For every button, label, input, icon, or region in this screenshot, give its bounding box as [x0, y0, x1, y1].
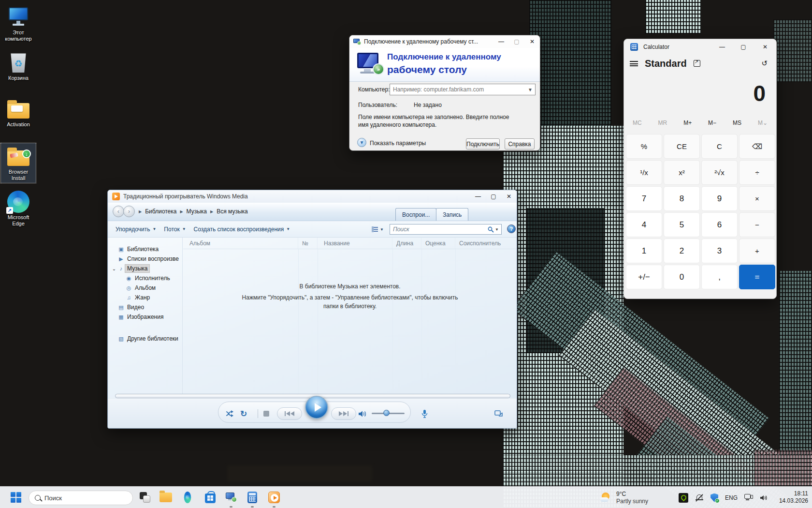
close-icon[interactable]: ✕ [501, 191, 517, 202]
column-header-4[interactable]: Оценка [421, 238, 455, 249]
search-options-icon[interactable]: ▼ [495, 227, 499, 232]
mute-button[interactable] [358, 399, 367, 429]
wmp-search-input[interactable] [390, 226, 488, 233]
stop-button[interactable] [263, 399, 269, 429]
calc-key-⌫[interactable]: ⌫ [739, 134, 775, 159]
desktop-icon-recycle-bin[interactable]: ♻ Корзина [1, 49, 36, 83]
breadcrumb-music[interactable]: Музыка [187, 208, 207, 215]
network-icon[interactable] [744, 494, 753, 501]
desktop-icon-activation[interactable]: Activation [1, 96, 36, 129]
security-tray-icon[interactable]: ✓ [710, 493, 718, 502]
volume-icon[interactable] [760, 494, 768, 501]
menu-organize[interactable]: Упорядочить▼ [116, 226, 156, 233]
breadcrumb-all-music[interactable]: Вся музыка [217, 208, 248, 215]
history-icon[interactable]: ↺ [761, 59, 768, 68]
file-explorer-button[interactable] [159, 491, 173, 504]
play-button[interactable] [305, 396, 328, 419]
tree-item-album[interactable]: ◎Альбом [108, 283, 182, 293]
clock[interactable]: 18:11 14.03.2026 [771, 487, 808, 508]
forward-icon[interactable]: › [123, 206, 135, 217]
calc-key-2[interactable]: 2 [664, 239, 700, 263]
edge-button[interactable] [181, 491, 194, 504]
calc-key-3[interactable]: 3 [701, 239, 738, 263]
next-button[interactable] [331, 399, 356, 429]
tree-item-pictures[interactable]: ▦Изображения [108, 312, 182, 322]
calc-key-6[interactable]: 6 [701, 212, 738, 237]
nvidia-tray-icon[interactable] [679, 493, 688, 503]
column-header-5[interactable]: Соисполнитель [455, 238, 517, 249]
tab-play[interactable]: Воспрои... [395, 208, 436, 221]
calc-key-5[interactable]: 5 [664, 212, 700, 237]
calc-key-C[interactable]: C [701, 134, 738, 159]
wmp-search-box[interactable]: ▼ [390, 224, 502, 235]
computer-combobox[interactable]: ▼ [390, 84, 536, 95]
desktop-icon-edge[interactable]: ↗ Microsoft Edge [1, 189, 36, 228]
column-header-1[interactable]: № [298, 238, 318, 249]
help-icon[interactable]: ? [507, 224, 516, 233]
start-button[interactable] [9, 491, 23, 504]
previous-button[interactable] [277, 399, 302, 429]
calc-key-²√x[interactable]: ²√x [701, 160, 738, 185]
view-options-button[interactable]: ▼ [372, 225, 386, 233]
chevron-down-icon[interactable]: ▼ [525, 84, 535, 95]
minimize-icon[interactable]: — [493, 36, 509, 47]
calc-key-8[interactable]: 8 [664, 186, 700, 211]
calc-key-x²[interactable]: x² [664, 160, 700, 185]
notifications-off-icon[interactable] [695, 493, 704, 502]
wmp-button[interactable] [267, 491, 281, 504]
calc-key-1[interactable]: 1 [626, 239, 662, 263]
store-button[interactable] [203, 491, 217, 504]
keep-on-top-icon[interactable] [694, 60, 700, 67]
expander-icon[interactable]: ⌄ [111, 266, 117, 271]
calc-titlebar[interactable]: Calculator — ▢ ✕ [624, 39, 776, 55]
column-header-2[interactable]: Название [318, 238, 392, 249]
column-header-0[interactable]: Альбом [183, 238, 298, 249]
shuffle-button[interactable] [226, 399, 234, 429]
calc-key-7[interactable]: 7 [626, 186, 662, 211]
calc-key-,[interactable]: , [701, 265, 738, 289]
tree-item-music[interactable]: ⌄♪Музыка [108, 264, 182, 273]
calc-key-4[interactable]: 4 [626, 212, 662, 237]
calc-key-9[interactable]: 9 [701, 186, 738, 211]
calc-key-0[interactable]: 0 [664, 265, 700, 289]
calc-key-CE[interactable]: CE [664, 134, 700, 159]
column-header-3[interactable]: Длина [392, 238, 421, 249]
close-icon[interactable]: ✕ [524, 36, 540, 47]
taskbar-search[interactable] [29, 491, 133, 505]
calc-key-×[interactable]: × [739, 186, 775, 211]
calc-key-÷[interactable]: ÷ [739, 160, 775, 185]
tree-item-playlists[interactable]: ▶Списки воспроизве [108, 254, 182, 264]
switch-to-now-playing-button[interactable] [494, 399, 503, 429]
show-options-icon[interactable]: ▼ [357, 138, 366, 147]
computer-input[interactable] [390, 86, 525, 93]
wmp-list-body[interactable]: В библиотеке Музыка нет элементов. Нажми… [183, 249, 517, 399]
task-view-button[interactable] [138, 491, 152, 504]
calc-key-+[interactable]: + [739, 239, 775, 263]
desktop-icon-this-pc[interactable]: Этот компьютер [1, 4, 36, 44]
maximize-icon[interactable]: ▢ [486, 191, 501, 202]
calc-key-+/−[interactable]: +/− [626, 265, 662, 289]
menu-create-playlist[interactable]: Создать список воспроизведения▼ [194, 226, 290, 233]
menu-icon[interactable] [630, 61, 638, 66]
calc-key-%[interactable]: % [626, 134, 662, 159]
memory-key-m+[interactable]: M+ [681, 118, 695, 128]
lyrics-button[interactable] [421, 399, 428, 429]
tab-burn[interactable]: Запись [436, 208, 468, 221]
tree-item-library[interactable]: ▣Библиотека [108, 244, 182, 254]
calc-key-¹/x[interactable]: ¹/x [626, 160, 662, 185]
language-indicator[interactable]: ENG [725, 494, 738, 501]
connect-button[interactable]: Подключить [466, 138, 500, 149]
repeat-button[interactable]: ↻ [240, 399, 247, 429]
remote-desktop-button[interactable] [224, 491, 238, 504]
breadcrumb-library[interactable]: Библиотека [145, 208, 176, 215]
maximize-icon[interactable]: ▢ [733, 41, 754, 53]
tree-item-other-libraries[interactable]: ▧Другие библиотеки [108, 334, 182, 344]
minimize-icon[interactable]: — [711, 41, 733, 53]
calculator-button[interactable] [246, 491, 259, 504]
calc-key-=[interactable]: = [739, 265, 775, 289]
memory-key-ms[interactable]: MS [730, 118, 744, 128]
close-icon[interactable]: ✕ [754, 41, 776, 53]
taskbar-search-input[interactable] [44, 494, 112, 502]
wmp-titlebar[interactable]: Традиционный проигрыватель Windows Media… [108, 190, 517, 203]
show-options-label[interactable]: Показать параметры [370, 140, 426, 147]
